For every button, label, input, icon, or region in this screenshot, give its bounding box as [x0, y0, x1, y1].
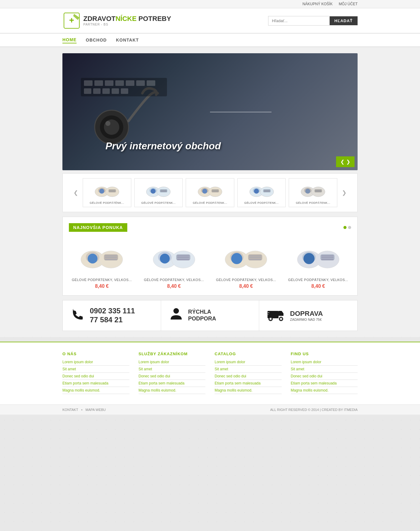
footer-link[interactable]: Donec sed odio dui: [291, 374, 358, 380]
carousel-item-label: GÉLOVÉ PODPÄTENK...: [291, 201, 335, 204]
bottom-links: KONTAKT • MAPA WEBU: [62, 408, 106, 412]
footer-link[interactable]: Magna mollis euismod.: [139, 388, 206, 394]
section-title: NAJNOVŠIA PONUKA: [69, 223, 127, 232]
carousel-item[interactable]: GÉLOVÉ PODPÄTËNK...: [83, 178, 131, 207]
account-link[interactable]: MÔJ ÚČET: [339, 2, 358, 6]
svg-rect-47: [264, 191, 270, 192]
info-delivery: DOPRAVA ZADARMO NAD 75€: [259, 300, 357, 331]
svg-point-57: [88, 254, 97, 263]
products-grid: GÉLOVÉ PODPÄTENKY, VELKOS... 8,40 €: [69, 238, 351, 289]
chevron-left-icon: ❮: [340, 159, 344, 165]
product-thumbnail-icon: [248, 182, 275, 199]
main-content: Prvý internetový obchod ❮ ❯ ❮: [0, 47, 420, 337]
footer-col-sluzby: SLUŽBY ZÁKAZNÍKOM Lorem ipsum dolor Sit …: [139, 352, 206, 395]
footer-link[interactable]: Lorem ipsum dolor: [215, 360, 282, 366]
product-thumbnail-icon: [145, 182, 172, 199]
footer-link[interactable]: Lorem ipsum dolor: [139, 360, 206, 366]
footer: O NÁS Lorem ipsum dolor Sit amet Donec s…: [0, 342, 420, 404]
product-thumbnail-icon: [196, 182, 224, 199]
product-image: [69, 238, 135, 275]
product-name: GÉLOVÉ PODPÄTENKY, VELKOS...: [285, 278, 351, 282]
separator: •: [81, 408, 82, 412]
svg-point-22: [99, 189, 104, 194]
footer-link[interactable]: Magna mollis euismod.: [62, 388, 129, 394]
svg-rect-14: [147, 80, 155, 86]
header: + ZDRAVOTNÍCKE POTREBY PARTNER - BS HĽAD…: [0, 8, 420, 34]
svg-rect-25: [109, 190, 115, 191]
footer-link[interactable]: Etiam porta sem malesuada: [215, 381, 282, 387]
carousel-item-image: [85, 181, 129, 199]
svg-point-91: [270, 318, 271, 320]
carousel-item-label: GÉLOVÉ PODPÄTËNK...: [85, 201, 129, 204]
svg-rect-54: [315, 191, 321, 192]
logo-icon: +: [62, 11, 81, 30]
svg-rect-10: [105, 80, 113, 86]
footer-link[interactable]: Etiam porta sem malesuada: [139, 381, 206, 387]
copyright: ALL RIGHT RESERVED © 2014 | CREATED BY I…: [270, 408, 358, 412]
footer-link[interactable]: Donec sed odio dui: [215, 374, 282, 380]
carousel-item[interactable]: GÉLOVÉ PODPÄTENK...: [237, 178, 286, 207]
footer-link[interactable]: Sit amet: [62, 367, 129, 373]
svg-point-43: [254, 189, 259, 194]
svg-point-65: [160, 254, 170, 263]
dot-1[interactable]: [343, 226, 347, 229]
footer-link[interactable]: Sit amet: [139, 367, 206, 373]
footer-link[interactable]: Sit amet: [215, 367, 282, 373]
svg-point-36: [202, 189, 207, 194]
carousel-item[interactable]: GÉLOVÉ PODPÄTENK...: [134, 178, 183, 207]
footer-link[interactable]: Magna mollis euismod.: [291, 388, 358, 394]
carousel-item-image: [188, 181, 232, 199]
footer-link[interactable]: Donec sed odio dui: [139, 374, 206, 380]
footer-link[interactable]: Lorem ipsum dolor: [62, 360, 129, 366]
footer-link[interactable]: Lorem ipsum dolor: [291, 360, 358, 366]
svg-rect-86: [321, 259, 334, 260]
footer-col-findus: FIND US Lorem ipsum dolor Sit amet Donec…: [291, 352, 358, 395]
product-card[interactable]: GÉLOVÉ PODPÄTENKY, VELKOS... 8,40 €: [69, 238, 135, 289]
search-input[interactable]: [268, 16, 330, 26]
svg-rect-32: [160, 190, 167, 191]
footer-link[interactable]: Etiam porta sem malesuada: [291, 381, 358, 387]
delivery-svg-icon: [267, 307, 285, 321]
svg-marker-89: [279, 311, 283, 316]
footer-link[interactable]: Sit amet: [291, 367, 358, 373]
product-card[interactable]: GÉLOVÉ PODPÄTENKY, VELKOS... 8,40 €: [141, 238, 207, 289]
hero-nav-button[interactable]: ❮ ❯: [336, 156, 355, 167]
footer-col-title: SLUŽBY ZÁKAZNÍKOM: [139, 352, 206, 356]
support-text: RÝCHLA PODPORA: [188, 309, 216, 322]
footer-link[interactable]: Etiam porta sem malesuada: [62, 381, 129, 387]
carousel-next-button[interactable]: ❯: [340, 189, 348, 196]
mapa-link[interactable]: MAPA WEBU: [85, 408, 106, 412]
cart-link[interactable]: NÁKUPNÝ KOŠÍK: [303, 2, 333, 6]
hero-slider: Prvý internetový obchod ❮ ❯: [62, 53, 358, 170]
svg-rect-62: [105, 259, 117, 260]
product-name: GÉLOVÉ PODPÄTENKY, VELKOS...: [141, 278, 207, 282]
logo-area: + ZDRAVOTNÍCKE POTREBY PARTNER - BS: [62, 11, 171, 30]
nav-obchod[interactable]: OBCHOD: [86, 37, 107, 43]
svg-rect-8: [84, 80, 93, 86]
product-price: 8,40 €: [213, 284, 279, 289]
nav-kontakt[interactable]: KONTAKT: [116, 37, 139, 43]
delivery-label: DOPRAVA: [290, 310, 323, 318]
svg-rect-60: [105, 255, 117, 256]
carousel-strip: ❮ GÉLOVÉ POD: [62, 173, 358, 212]
search-button[interactable]: HĽADAŤ: [330, 16, 358, 25]
footer-link[interactable]: Magna mollis euismod.: [215, 388, 282, 394]
svg-rect-76: [249, 255, 261, 256]
product-card[interactable]: GÉLOVÉ PODPÄTENKY, VELKOS... 8,40 €: [213, 238, 279, 289]
footer-link[interactable]: Donec sed odio dui: [62, 374, 129, 380]
carousel-item[interactable]: GÉLOVÉ PODPÄTENK...: [186, 178, 234, 207]
product-price: 8,40 €: [69, 284, 135, 289]
delivery-text: DOPRAVA ZADARMO NAD 75€: [290, 310, 323, 321]
dot-2[interactable]: [348, 226, 351, 229]
product-card[interactable]: GÉLOVÉ PODPÄTENKY, VELKOS... 8,40 €: [285, 238, 351, 289]
carousel-prev-button[interactable]: ❮: [72, 189, 80, 196]
kontakt-link[interactable]: KONTAKT: [62, 408, 78, 412]
product-image-icon: [151, 239, 197, 273]
carousel-item[interactable]: GÉLOVÉ PODPÄTENK...: [289, 178, 337, 207]
phone-number-1: 0902 335 111: [90, 307, 135, 316]
nav-home[interactable]: HOME: [62, 37, 77, 43]
carousel-item-label: GÉLOVÉ PODPÄTENK...: [188, 201, 232, 204]
svg-rect-16: [93, 88, 101, 94]
svg-rect-84: [321, 255, 334, 256]
svg-point-81: [303, 253, 315, 264]
